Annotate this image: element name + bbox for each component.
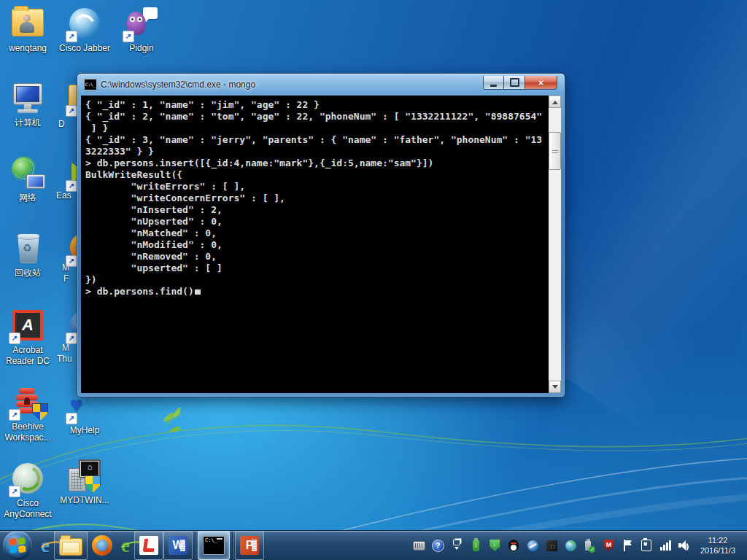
desktop-icon-wenqtang[interactable]: wenqtang [0,6,55,54]
taskbar-cmd[interactable] [198,531,230,560]
shortcut-arrow-icon: ↗ [9,332,20,344]
icon-label: MYDTWIN... [57,495,112,506]
anyconnect-icon: ↗ [10,461,45,496]
maximize-button[interactable] [504,76,525,90]
taskbar-separator [232,532,233,559]
taskbar: e e W P ? 11:22 2016/11/3 [0,530,747,560]
window-title: C:\windows\system32\cmd.exe - mongo [101,79,255,90]
icon-label: Cisco Jabber [57,43,112,54]
beehive-icon: ↗ [10,384,45,419]
icon-label: 网络 [0,192,55,203]
shortcut-arrow-icon: ↗ [66,105,77,117]
firefox-icon [92,535,112,556]
desktop-icon-recycle-bin[interactable]: 回收站 [0,230,55,279]
taskbar-green-browser[interactable]: e [117,531,134,560]
clock-time: 11:22 [700,535,735,545]
qq-icon[interactable] [508,540,520,552]
show-hidden-icons-button[interactable] [451,540,463,552]
icon-label: Pidgin [114,43,169,54]
mydtwin-icon [67,458,102,493]
clock-date: 2016/11/3 [700,545,735,556]
desktop-icon-cisco-anyconnect[interactable]: ↗ Cisco AnyConnect [0,461,55,520]
partial-label: D [58,119,65,129]
network-icon [10,155,45,190]
scroll-down-button[interactable] [549,381,561,393]
app-grid-icon[interactable] [546,540,558,552]
taskbar-separator [195,532,196,559]
icon-label: Acrobat Reader DC [0,345,55,367]
system-tray: ? 11:22 2016/11/3 [413,535,747,556]
green-browser-icon: e [121,534,130,557]
desktop-icon-pidgin[interactable]: ↗ Pidgin [114,6,169,54]
icon-label: Cisco AnyConnect [0,498,55,520]
start-button[interactable] [3,531,32,560]
cmd-window: C:\_ C:\windows\system32\cmd.exe - mongo… [77,73,565,397]
shortcut-arrow-icon: ↗ [9,486,20,497]
shortcut-arrow-icon: ↗ [66,413,77,424]
scroll-up-button[interactable] [549,96,561,108]
close-button[interactable]: × [525,76,557,90]
terminal-scrollbar[interactable] [549,96,561,393]
volume-icon[interactable] [678,540,691,552]
shortcut-arrow-icon: ↗ [9,409,20,421]
network-signal-icon[interactable] [659,540,672,552]
icon-label: Beehive Workspac... [0,421,55,443]
folder-icon [10,6,45,41]
shortcut-arrow-icon: ↗ [123,31,134,42]
terminal-client-area: { "_id" : 1, "name" : "jim", "age" : 22 … [81,96,561,393]
shortcut-arrow-icon: ↗ [66,31,77,42]
recycle-bin-icon [10,230,45,265]
green-shield-icon[interactable] [489,540,501,552]
desktop-icon-network[interactable]: 网络 [0,155,55,203]
partial-label: F [63,273,69,284]
taskbar-firefox[interactable] [88,531,117,560]
window-titlebar[interactable]: C:\_ C:\windows\system32\cmd.exe - mongo… [77,74,565,96]
usb-eject-icon[interactable] [584,540,596,552]
desktop-icon-acrobat[interactable]: A↗ Acrobat Reader DC [0,308,55,367]
desktop-icon-cisco-jabber[interactable]: ↗ Cisco Jabber [57,6,112,54]
scrollbar-thumb[interactable] [549,132,561,170]
partial-label: M [62,343,69,353]
taskbar-internet-explorer[interactable]: e [36,531,54,560]
msdn-swirl-icon[interactable] [527,540,539,552]
explorer-folder-icon [59,538,82,556]
acrobat-icon: A↗ [10,308,45,343]
desktop-icon-computer[interactable]: 计算机 [0,80,55,128]
pidgin-icon: ↗ [124,6,159,41]
window-controls: × [483,76,557,90]
letv-icon [139,536,158,555]
desktop-icon-mydtwin[interactable]: MYDTWIN... [57,458,112,506]
terminal-cursor [195,289,201,295]
desktop: wenqtang ↗ Cisco Jabber ↗ Pidgin 计算机 网络 … [0,0,747,560]
clipboard-plug-icon[interactable] [640,540,653,552]
cmd-icon [203,536,225,555]
help-icon[interactable]: ? [432,540,444,552]
keyboard-icon[interactable] [413,540,425,552]
partial-label: M [62,262,69,273]
partial-label: Thu [57,354,72,364]
powerpoint-icon: P [240,536,259,555]
leaf-sprig [163,407,182,434]
icon-label: 回收站 [0,268,55,279]
globe-icon[interactable] [565,540,577,552]
mcafee-icon[interactable] [603,540,615,552]
icon-label: MyHelp [57,425,112,436]
windows-logo-icon [9,537,26,553]
partial-label: Eas [56,190,71,201]
icon-label: wenqtang [0,43,55,54]
word-icon: W [169,536,187,555]
desktop-icon-beehive[interactable]: ↗ Beehive Workspac... [0,384,55,443]
taskbar-powerpoint[interactable]: P [235,531,264,560]
internet-explorer-icon: e [41,534,50,557]
cisco-jabber-icon: ↗ [67,6,102,41]
action-center-flag-icon[interactable] [622,540,634,552]
minimize-button[interactable] [483,76,504,90]
terminal-output[interactable]: { "_id" : 1, "name" : "jim", "age" : 22 … [81,96,549,393]
usb-drive-icon[interactable] [470,540,482,552]
taskbar-word[interactable]: W [163,531,193,560]
taskbar-clock[interactable]: 11:22 2016/11/3 [697,535,741,556]
cmd-window-icon: C:\_ [84,79,97,90]
computer-icon [10,80,45,115]
taskbar-windows-explorer[interactable] [54,531,88,560]
icon-label: 计算机 [0,117,55,128]
